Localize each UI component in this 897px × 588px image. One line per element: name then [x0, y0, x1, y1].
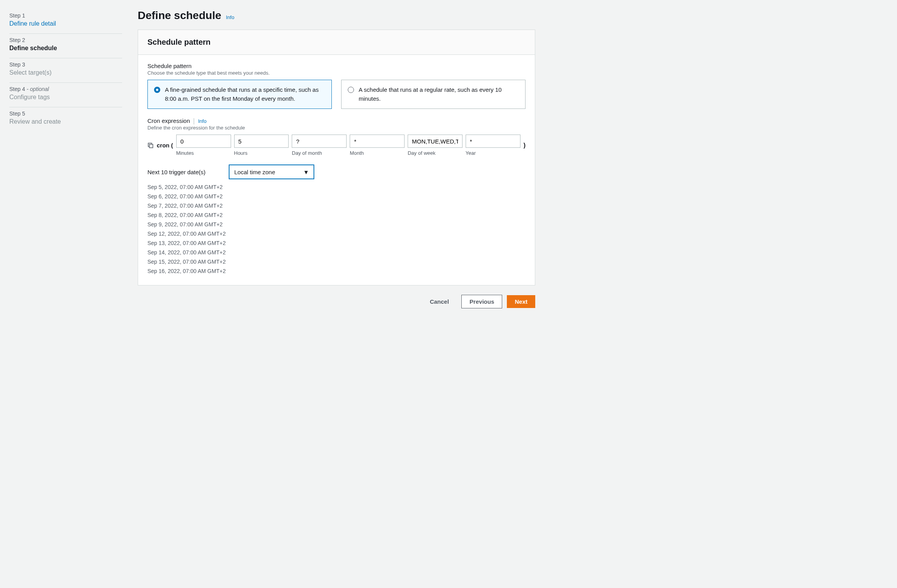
trigger-date: Sep 12, 2022, 07:00 AM GMT+2	[147, 231, 526, 237]
trigger-label: Next 10 trigger date(s)	[147, 169, 205, 175]
svg-rect-1	[149, 144, 153, 148]
cron-suffix: )	[524, 142, 526, 149]
radio-rate-text: A schedule that runs at a regular rate, …	[359, 86, 519, 103]
pattern-field-help: Choose the schedule type that best meets…	[147, 70, 526, 76]
trigger-dates-list: Sep 5, 2022, 07:00 AM GMT+2 Sep 6, 2022,…	[147, 184, 526, 274]
cron-dom-input[interactable]	[292, 135, 347, 148]
page-info-link[interactable]: Info	[226, 14, 235, 20]
step-5-label: Step 5	[9, 110, 122, 117]
radio-fine-grained[interactable]: A fine-grained schedule that runs at a s…	[147, 80, 332, 109]
cron-hours-input[interactable]	[234, 135, 289, 148]
schedule-pattern-panel: Schedule pattern Schedule pattern Choose…	[138, 30, 535, 285]
trigger-date: Sep 15, 2022, 07:00 AM GMT+2	[147, 259, 526, 265]
step-3-title: Select target(s)	[9, 69, 122, 76]
step-4-title: Configure tags	[9, 94, 122, 101]
cron-help: Define the cron expression for the sched…	[147, 125, 526, 131]
cron-dom-label: Day of month	[292, 150, 347, 156]
radio-unselected-icon	[348, 87, 354, 93]
previous-button[interactable]: Previous	[461, 295, 502, 308]
cron-dow-label: Day of week	[408, 150, 463, 156]
trigger-date: Sep 8, 2022, 07:00 AM GMT+2	[147, 212, 526, 218]
cron-dow-input[interactable]	[408, 135, 463, 148]
trigger-date: Sep 14, 2022, 07:00 AM GMT+2	[147, 249, 526, 256]
trigger-date: Sep 16, 2022, 07:00 AM GMT+2	[147, 268, 526, 274]
step-1-label: Step 1	[9, 12, 122, 19]
trigger-date: Sep 5, 2022, 07:00 AM GMT+2	[147, 184, 526, 190]
cron-month-input[interactable]	[350, 135, 405, 148]
trigger-date: Sep 13, 2022, 07:00 AM GMT+2	[147, 240, 526, 246]
next-button[interactable]: Next	[507, 295, 535, 308]
radio-selected-icon	[154, 87, 160, 93]
step-2-current: Define schedule	[9, 45, 122, 52]
timezone-value: Local time zone	[234, 169, 275, 175]
wizard-sidebar: Step 1 Define rule detail Step 2 Define …	[9, 9, 122, 308]
timezone-select[interactable]: Local time zone ▼	[229, 164, 314, 179]
step-2-label: Step 2	[9, 37, 122, 43]
step-1-link[interactable]: Define rule detail	[9, 20, 122, 27]
trigger-date: Sep 6, 2022, 07:00 AM GMT+2	[147, 193, 526, 200]
copy-icon[interactable]	[147, 142, 154, 149]
cron-label: Cron expression	[147, 117, 190, 124]
step-4-label: Step 4 - optional	[9, 86, 122, 92]
page-title: Define schedule	[138, 9, 221, 22]
cron-year-input[interactable]	[466, 135, 520, 148]
cancel-button[interactable]: Cancel	[422, 295, 457, 308]
step-3-label: Step 3	[9, 61, 122, 68]
trigger-date: Sep 9, 2022, 07:00 AM GMT+2	[147, 221, 526, 228]
cron-info-link[interactable]: Info	[198, 118, 207, 124]
trigger-date: Sep 7, 2022, 07:00 AM GMT+2	[147, 203, 526, 209]
radio-fine-text: A fine-grained schedule that runs at a s…	[165, 86, 325, 103]
cron-prefix: cron (	[157, 142, 173, 149]
panel-title: Schedule pattern	[147, 38, 526, 47]
radio-rate[interactable]: A schedule that runs at a regular rate, …	[341, 80, 526, 109]
cron-year-label: Year	[466, 150, 520, 156]
chevron-down-icon: ▼	[303, 169, 309, 175]
cron-hours-label: Hours	[234, 150, 289, 156]
pattern-field-label: Schedule pattern	[147, 63, 526, 69]
cron-month-label: Month	[350, 150, 405, 156]
cron-minutes-label: Minutes	[176, 150, 231, 156]
step-5-title: Review and create	[9, 118, 122, 125]
cron-minutes-input[interactable]	[176, 135, 231, 148]
